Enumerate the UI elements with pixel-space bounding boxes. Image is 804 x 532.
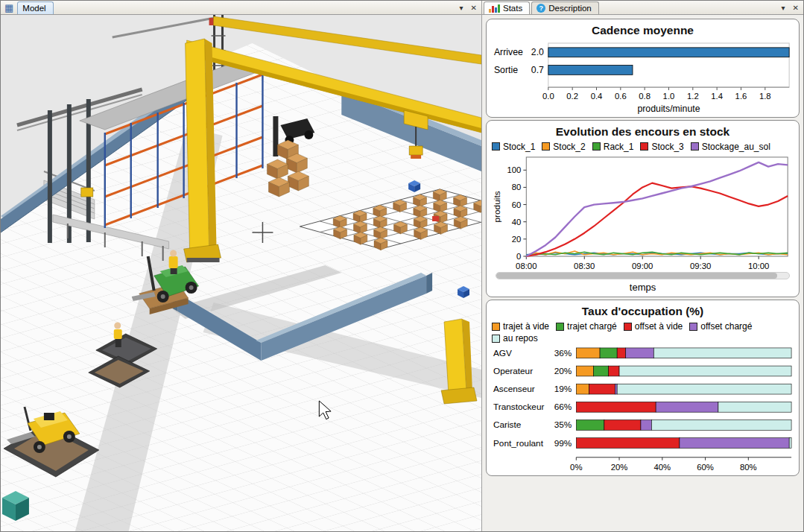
legend-item: Stockage_au_sol (691, 142, 770, 152)
bar-segment-idle (619, 366, 791, 376)
x-tick-label: 1.0 (663, 92, 675, 101)
description-tab-label: Description (548, 4, 592, 13)
x-tick-label: 20% (611, 463, 628, 472)
bar-segment-idle (718, 402, 791, 413)
row-value: 99% (554, 438, 572, 449)
stats-pane: Stats ? Description ▾ ✕ Cadence moyenne … (482, 1, 803, 531)
bar-segment-idle (653, 348, 791, 358)
x-tick-label: 09:30 (690, 261, 711, 270)
bar-segment (576, 348, 600, 358)
row-value: 19% (554, 384, 572, 394)
bar-segment (626, 348, 654, 358)
3d-viewport[interactable] (1, 15, 481, 531)
bar-segment (604, 420, 641, 431)
stats-close-icon[interactable]: ✕ (790, 1, 802, 14)
occupation-legend: trajet à videtrajet chargéoffset à video… (490, 321, 796, 345)
occupation-panel: Taux d'occupation (%) trajet à videtraje… (486, 300, 800, 475)
cadence-chart: Arrivee2.0Sortie0.70.00.20.40.60.81.01.2… (490, 40, 796, 115)
legend-item: Stock_2 (542, 142, 585, 152)
bar-segment (680, 438, 789, 449)
legend-label: trajet à vide (503, 321, 549, 332)
stats-tabbar: Stats ? Description ▾ ✕ (482, 1, 803, 15)
legend-label: Stockage_au_sol (702, 142, 770, 152)
occupation-title: Taux d'occupation (%) (490, 305, 796, 318)
bar-segment (589, 384, 615, 394)
stats-tab-label: Stats (503, 4, 522, 13)
time-scrollbar-thumb[interactable] (496, 273, 777, 279)
bar-segment (656, 402, 718, 413)
legend-swatch (689, 323, 697, 331)
y-tick-label: 100 (507, 165, 521, 174)
legend-item: offset chargé (689, 321, 752, 332)
model-tab-label: Model (22, 4, 45, 13)
x-tick-label: 08:00 (516, 261, 536, 270)
bar (548, 66, 633, 75)
x-tick-label: 0% (570, 463, 582, 472)
legend-item: Rack_1 (592, 142, 634, 152)
x-tick-label: 10:00 (748, 261, 769, 270)
bar (548, 48, 789, 57)
row-label: Ascenseur (493, 384, 535, 394)
model-tabbar: ▦ Model ▾ ✕ (1, 1, 481, 15)
tab-stats[interactable]: Stats (484, 1, 530, 14)
legend-label: Stock_1 (503, 142, 535, 152)
red-item (432, 216, 439, 221)
3d-scene (1, 15, 481, 531)
legend-label: au repos (503, 333, 538, 343)
row-label: Operateur (493, 366, 533, 376)
x-tick-label: 0.6 (615, 92, 627, 101)
tab-model[interactable]: Model (17, 1, 53, 14)
bar-segment (609, 366, 619, 376)
legend-swatch (691, 142, 699, 151)
legend-label: offset à vide (635, 321, 683, 332)
x-tick-label: 1.6 (735, 92, 747, 101)
y-tick-label: 60 (512, 200, 522, 209)
x-tick-label: 09:00 (632, 261, 653, 270)
encours-xlabel: temps (490, 281, 796, 295)
y-tick-label: 80 (512, 183, 522, 191)
plot-border (526, 156, 788, 256)
y-tick-label: 20 (512, 234, 522, 243)
stats-chart-icon (489, 4, 500, 13)
legend-label: Rack_1 (604, 142, 634, 152)
legend-item: Stock_3 (640, 142, 683, 152)
legend-swatch (640, 142, 648, 151)
legend-item: Stock_1 (492, 142, 535, 152)
model-pane: ▦ Model ▾ ✕ (1, 1, 482, 531)
bar-segment-idle (617, 384, 791, 394)
encours-legend: Stock_1Stock_2Rack_1Stock_3Stockage_au_s… (490, 142, 796, 153)
legend-swatch (542, 142, 550, 151)
bar-value-label: 0.7 (531, 65, 544, 75)
encours-title: Evolution des encours en stock (490, 125, 796, 139)
stats-menu-icon[interactable]: ▾ (779, 1, 788, 14)
stats-panels: Cadence moyenne Arrivee2.0Sortie0.70.00.… (482, 15, 803, 531)
legend-item: au repos (492, 333, 538, 343)
legend-item: trajet chargé (556, 321, 617, 332)
legend-item: trajet à vide (492, 321, 549, 332)
bar-segment (615, 384, 617, 394)
x-tick-label: 1.4 (711, 92, 723, 101)
x-axis-title: produits/minute (637, 104, 700, 114)
tab-description[interactable]: ? Description (531, 1, 599, 14)
bar-segment (593, 366, 608, 376)
legend-swatch (492, 142, 500, 151)
model-close-icon[interactable]: ✕ (468, 1, 480, 14)
x-tick-label: 0.0 (542, 92, 554, 101)
small-loader (81, 188, 93, 197)
encours-panel: Evolution des encours en stock Stock_1St… (486, 120, 800, 298)
bar-segment (576, 420, 604, 431)
row-label: Pont_roulant (493, 438, 544, 449)
x-tick-label: 08:30 (574, 261, 595, 270)
row-value: 20% (554, 366, 572, 376)
x-tick-label: 40% (653, 463, 671, 472)
seat (44, 413, 54, 420)
application-window: ▦ Model ▾ ✕ (0, 0, 804, 532)
bar-value-label: 2.0 (531, 47, 544, 57)
legend-label: Stock_3 (651, 142, 683, 152)
cadence-panel: Cadence moyenne Arrivee2.0Sortie0.70.00.… (486, 19, 800, 118)
y-axis-title: produits (492, 191, 502, 222)
model-menu-icon[interactable]: ▾ (457, 1, 466, 14)
y-tick-label: 40 (512, 217, 522, 226)
row-label: AGV (493, 348, 512, 358)
time-scrollbar[interactable] (496, 272, 790, 279)
